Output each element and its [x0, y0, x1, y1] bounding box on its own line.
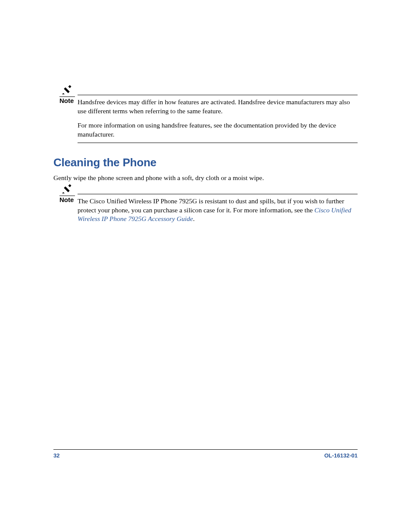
note-body-2: The Cisco Unified Wireless IP Phone 7925… [78, 197, 358, 224]
page-footer: 32 OL-16132-01 [53, 449, 358, 459]
note-icon-wrap: Note [59, 184, 78, 203]
svg-marker-0 [62, 93, 65, 94]
page-number: 32 [53, 452, 59, 459]
note-label: Note [59, 97, 78, 104]
note-body-1: Handsfree devices may differ in how feat… [78, 98, 358, 139]
note-block-1: Note Handsfree devices may differ in how… [78, 95, 358, 143]
note-text-before: The Cisco Unified Wireless IP Phone 7925… [78, 197, 344, 214]
body-paragraph: Gently wipe the phone screen and phone w… [53, 174, 358, 183]
svg-rect-4 [64, 186, 69, 192]
note-label: Note [59, 196, 78, 203]
svg-rect-5 [68, 184, 71, 187]
svg-rect-2 [68, 85, 71, 88]
section-heading: Cleaning the Phone [53, 156, 358, 169]
svg-rect-1 [64, 87, 69, 93]
note-block-2: Note The Cisco Unified Wireless IP Phone… [78, 194, 358, 224]
note-icon-wrap: Note [59, 85, 78, 104]
document-id: OL-16132-01 [324, 452, 358, 459]
note-paragraph: For more information on using handsfree … [78, 121, 358, 139]
note-paragraph: Handsfree devices may differ in how feat… [78, 98, 358, 116]
document-page: Note Handsfree devices may differ in how… [0, 0, 411, 532]
note-paragraph-with-link: The Cisco Unified Wireless IP Phone 7925… [78, 197, 358, 224]
svg-marker-3 [62, 192, 65, 193]
pencil-icon [62, 184, 72, 193]
note-text-after: . [193, 215, 195, 222]
pencil-icon [62, 85, 72, 94]
